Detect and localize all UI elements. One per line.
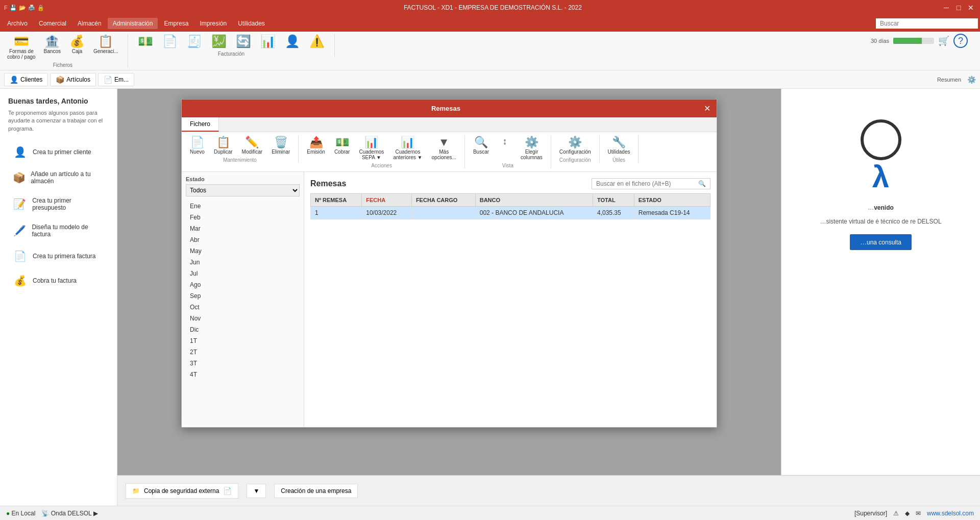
utilidades-icon: 🔧 <box>612 137 626 148</box>
quarter-1t[interactable]: 1T <box>186 335 300 346</box>
ribbon-btn-factura7[interactable]: 👤 <box>281 34 304 50</box>
table-search-input[interactable] <box>596 180 698 187</box>
ribbon-btn-generacion[interactable]: 📋 Generaci... <box>90 34 121 56</box>
toolbar-em-btn[interactable]: 📄 Em... <box>98 73 134 86</box>
toolbar-clientes-btn[interactable]: 👤 Clientes <box>4 73 48 86</box>
ribbon-btn-factura5[interactable]: 🔄 <box>232 34 255 50</box>
modal-btn-duplicar[interactable]: 📋 Duplicar <box>210 135 237 156</box>
sidebar-item-presupuesto[interactable]: 📝 Crea tu primer presupuesto <box>8 192 109 216</box>
col-total[interactable]: TOTAL <box>593 194 634 207</box>
filter-panel: Estado Todos Pendiente Cobrado Remesado … <box>182 172 304 427</box>
modal-close-button[interactable]: ✕ <box>704 104 710 113</box>
modal-btn-sort[interactable]: ↕ <box>494 135 516 162</box>
ribbon-btn-caja[interactable]: 💰 Caja <box>66 34 88 56</box>
modal-btn-buscar[interactable]: 🔍 Buscar <box>469 135 493 162</box>
sidebar-item-factura-modelo[interactable]: 🖊️ Diseña tu modelo de factura <box>8 218 109 243</box>
month-feb[interactable]: Feb <box>186 212 300 223</box>
status-supervisor: [Supervisor] <box>854 510 887 517</box>
ribbon-btn-bancos[interactable]: 🏦 Bancos <box>41 34 64 56</box>
quarter-2t[interactable]: 2T <box>186 346 300 358</box>
month-dic[interactable]: Dic <box>186 324 300 335</box>
col-estado[interactable]: ESTADO <box>634 194 710 207</box>
minimize-button[interactable]: ─ <box>941 3 951 13</box>
ribbon-btn-factura8[interactable]: ⚠️ <box>306 34 328 50</box>
modal-ribbon-group-acciones: 📤 Emisión 💵 Cobrar <box>303 135 465 168</box>
modal-btn-utilidades[interactable]: 🔧 Utilidades <box>604 135 634 156</box>
estado-select[interactable]: Todos Pendiente Cobrado Remesado <box>186 184 300 196</box>
cuadernos-sepa-icon: 📊 <box>364 137 378 148</box>
menu-almacen[interactable]: Almacén <box>72 18 107 29</box>
close-button[interactable]: ✕ <box>966 3 976 13</box>
modal-btn-cuadernos-sepa[interactable]: 📊 Cuadernos SEPA ▼ <box>355 135 388 162</box>
quick-open-icon[interactable]: 📂 <box>19 5 26 11</box>
month-oct[interactable]: Oct <box>186 302 300 313</box>
ribbon-btn-factura2[interactable]: 📄 <box>159 34 181 50</box>
menu-utilidades[interactable]: Utilidades <box>233 18 270 29</box>
modal-btn-configuracion[interactable]: ⚙️ Configuración <box>555 135 595 156</box>
menu-administracion[interactable]: Administración <box>108 18 158 29</box>
modal-btn-cuadernos-anteriores[interactable]: 📊 Cuadernos anteriores ▼ <box>389 135 426 162</box>
quick-lock-icon[interactable]: 🔒 <box>37 5 44 11</box>
quarter-4t[interactable]: 4T <box>186 369 300 380</box>
quarter-3t[interactable]: 3T <box>186 358 300 369</box>
modal-btn-cobrar[interactable]: 💵 Cobrar <box>330 135 354 162</box>
modal-btn-elegir-columnas[interactable]: ⚙️ Elegir columnas <box>517 135 547 162</box>
table-row[interactable]: 1 10/03/2022 002 - BANCO DE ANDALUCIA 4,… <box>311 207 710 219</box>
help-icon[interactable]: ? <box>953 34 968 48</box>
month-abr[interactable]: Abr <box>186 234 300 245</box>
emision-icon: 📤 <box>309 137 323 148</box>
sidebar-item-cliente[interactable]: 👤 Crea tu primer cliente <box>8 141 109 163</box>
modal-tab-fichero[interactable]: Fichero <box>182 117 219 132</box>
consult-button[interactable]: …una consulta <box>850 234 912 250</box>
month-sep[interactable]: Sep <box>186 290 300 302</box>
modal-group-configuracion-label: Configuración <box>555 157 595 163</box>
menu-empresa[interactable]: Empresa <box>159 18 193 29</box>
col-banco[interactable]: BANCO <box>475 194 593 207</box>
ribbon-btn-cobro-pago[interactable]: 💳 Formas decobro / pago <box>4 34 39 61</box>
modal-btn-emision[interactable]: 📤 Emisión <box>303 135 329 162</box>
creation-empresa-item[interactable]: Creación de una empresa <box>274 484 358 498</box>
month-may[interactable]: May <box>186 245 300 257</box>
cobro-icon: 💰 <box>12 275 28 287</box>
settings-icon[interactable]: ⚙️ <box>967 76 976 84</box>
quick-print-icon[interactable]: 🖨️ <box>28 5 35 11</box>
status-onda-delsol[interactable]: 📡 Onda DELSOL ▶ <box>41 510 97 517</box>
cell-estado: Remesada C19-14 <box>634 207 710 219</box>
month-ago[interactable]: Ago <box>186 279 300 290</box>
restore-button[interactable]: □ <box>953 3 964 13</box>
copy-seguridad-item[interactable]: 📁 Copia de seguridad externa 📄 <box>126 483 238 499</box>
status-warning-icon: ⚠ <box>893 510 899 517</box>
duplicar-icon: 📋 <box>216 137 230 148</box>
modal-btn-nuevo[interactable]: 📄 Nuevo <box>186 135 209 156</box>
status-website[interactable]: www.sdelsol.com <box>927 510 974 517</box>
col-num-remesa[interactable]: Nº REMESA <box>311 194 362 207</box>
sidebar-item-cobro-label: Cobra tu factura <box>33 277 77 284</box>
menu-comercial[interactable]: Comercial <box>34 18 71 29</box>
month-ene[interactable]: Ene <box>186 201 300 212</box>
col-fecha-cargo[interactable]: FECHA CARGO <box>411 194 475 207</box>
search-input[interactable] <box>876 18 978 29</box>
month-mar[interactable]: Mar <box>186 223 300 234</box>
scroll-down-item[interactable]: ▼ <box>247 484 266 498</box>
ribbon-group-facturacion-label: Facturación <box>218 51 244 57</box>
quick-save-icon[interactable]: 💾 <box>10 5 17 11</box>
sidebar-item-cobro[interactable]: 💰 Cobra tu factura <box>8 269 109 292</box>
ribbon-btn-factura6[interactable]: 📊 <box>257 34 279 50</box>
table-title: Remesas <box>310 179 346 188</box>
ribbon-btn-factura4[interactable]: 💹 <box>208 34 230 50</box>
modal-btn-mas-opciones[interactable]: ▼ Más opciones... <box>428 135 460 162</box>
search-icon[interactable]: 🔍 <box>698 180 706 187</box>
month-nov[interactable]: Nov <box>186 313 300 324</box>
ribbon-btn-factura3[interactable]: 🧾 <box>183 34 206 50</box>
modal-btn-eliminar[interactable]: 🗑️ Eliminar <box>267 135 294 156</box>
month-jul[interactable]: Jul <box>186 268 300 279</box>
col-fecha[interactable]: FECHA <box>362 194 412 207</box>
ribbon-btn-factura1[interactable]: 💵 <box>134 34 157 50</box>
menu-impresion[interactable]: Impresión <box>194 18 232 29</box>
toolbar-articulos-btn[interactable]: 📦 Artículos <box>50 73 96 86</box>
modal-btn-modificar[interactable]: ✏️ Modificar <box>238 135 267 156</box>
sidebar-item-articulo[interactable]: 📦 Añade un artículo a tu almacén <box>8 165 109 190</box>
sidebar-item-primera-factura[interactable]: 📄 Crea tu primera factura <box>8 245 109 267</box>
month-jun[interactable]: Jun <box>186 257 300 268</box>
menu-archivo[interactable]: Archivo <box>2 18 33 29</box>
